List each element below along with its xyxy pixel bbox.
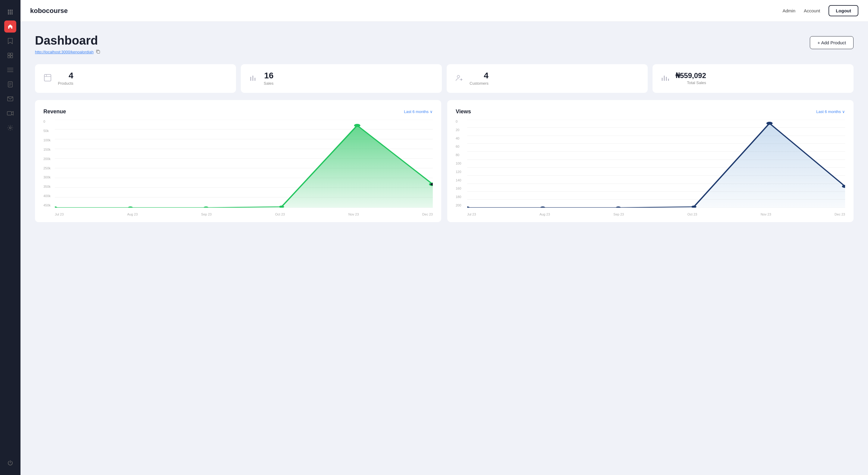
revenue-fill [55,125,433,208]
views-point-sep [616,207,621,208]
page-header-left: Dashboard http://localhost:3000/kenoalor… [35,34,100,55]
svg-rect-24 [44,74,51,81]
views-chart-title: Views [456,108,471,115]
copy-icon[interactable] [96,50,100,55]
settings-icon[interactable] [4,122,16,134]
views-point-jul [467,207,470,208]
grid-layout-icon[interactable] [4,50,16,62]
stat-card-products: 4 Products [35,64,236,93]
logo-bold: course [46,7,68,14]
total-sales-stat-icon [661,73,670,84]
views-period-selector[interactable]: Last 6 months ∨ [816,109,845,114]
svg-point-2 [11,10,13,11]
svg-point-6 [8,13,9,14]
power-icon[interactable] [4,457,16,469]
page-content: Dashboard http://localhost:3000/kenoalor… [21,22,868,475]
svg-rect-23 [97,51,100,53]
views-point-nov [767,122,773,125]
sales-label: Sales [264,81,274,86]
svg-point-4 [10,11,11,13]
stats-grid: 4 Products 16 Sales [35,64,854,93]
revenue-x-labels: Jul 23 Aug 23 Sep 23 Oct 23 Nov 23 Dec 2… [55,213,433,216]
revenue-point-jul [55,207,57,208]
list-icon[interactable] [4,64,16,76]
revenue-point-dec [430,183,433,186]
logo: kobocourse [30,7,68,15]
store-url-link[interactable]: http://localhost:3000/kenoalordiah [35,50,93,54]
revenue-chart-area: 450k 400k 350k 300k 250k 200k 150k 100k … [43,120,433,216]
charts-grid: Revenue Last 6 months ∨ 450k 400k 350k 3… [35,100,854,222]
page-title: Dashboard [35,34,100,47]
svg-rect-11 [8,56,10,58]
revenue-point-sep [204,207,209,208]
sales-stat-info: 16 Sales [264,71,274,86]
customers-label: Customers [470,81,489,86]
revenue-chart-header: Revenue Last 6 months ∨ [43,108,433,115]
page-url: http://localhost:3000/kenoalordiah [35,50,100,55]
revenue-chart-inner [55,120,433,208]
sidebar [0,0,21,475]
grid-dots-icon[interactable] [4,6,16,18]
customers-stat-info: 4 Customers [470,71,489,86]
logo-regular: kobo [30,7,46,14]
total-sales-label: Total Sales [687,81,706,85]
admin-link[interactable]: Admin [782,8,795,13]
stat-card-total-sales: ₦559,092 Total Sales [652,64,854,93]
revenue-svg [55,120,433,208]
views-point-aug [540,207,545,208]
views-y-labels: 200 180 160 140 120 100 80 60 40 20 0 [456,120,467,207]
revenue-y-labels: 450k 400k 350k 300k 250k 200k 150k 100k … [43,120,55,207]
sales-value: 16 [264,71,273,80]
stat-card-sales: 16 Sales [241,64,442,93]
bookmark-icon[interactable] [4,35,16,47]
customers-stat-icon [455,73,464,84]
svg-rect-9 [8,53,10,55]
main-wrapper: kobocourse Admin Account Logout Dashboar… [21,0,868,475]
svg-point-7 [10,13,11,14]
topnav-right: Admin Account Logout [782,5,858,16]
home-icon[interactable] [4,21,16,33]
revenue-point-nov [354,124,361,127]
revenue-period-selector[interactable]: Last 6 months ∨ [404,109,433,114]
products-stat-info: 4 Products [58,71,73,86]
logout-button[interactable]: Logout [829,5,858,16]
sales-stat-icon [249,73,258,84]
page-header: Dashboard http://localhost:3000/kenoalor… [35,34,854,55]
revenue-chart-card: Revenue Last 6 months ∨ 450k 400k 350k 3… [35,100,441,222]
products-value: 4 [69,71,73,80]
views-x-labels: Jul 23 Aug 23 Sep 23 Oct 23 Nov 23 Dec 2… [467,213,845,216]
total-sales-value: ₦559,092 [675,72,706,79]
views-fill [467,123,845,208]
svg-point-5 [11,11,13,13]
svg-point-30 [457,75,460,78]
svg-rect-10 [10,53,13,55]
svg-point-0 [8,10,9,11]
products-stat-icon [43,73,52,84]
products-label: Products [58,81,73,86]
add-product-button[interactable]: + Add Product [810,36,854,49]
svg-point-1 [10,10,11,11]
topnav: kobocourse Admin Account Logout [21,0,868,22]
video-icon[interactable] [4,107,16,119]
customers-value: 4 [484,71,489,80]
svg-rect-21 [7,112,11,115]
account-link[interactable]: Account [804,8,820,13]
views-chart-inner [467,120,845,208]
views-svg [467,120,845,208]
document-icon[interactable] [4,78,16,90]
stat-card-customers: 4 Customers [447,64,648,93]
svg-rect-12 [10,56,13,58]
views-chart-area: 200 180 160 140 120 100 80 60 40 20 0 [456,120,845,216]
svg-point-8 [11,13,13,14]
mail-icon[interactable] [4,93,16,105]
total-sales-stat-info: ₦559,092 Total Sales [675,72,706,85]
views-chart-header: Views Last 6 months ∨ [456,108,845,115]
revenue-chart-title: Revenue [43,108,66,115]
revenue-point-aug [128,207,133,208]
svg-point-22 [9,127,11,129]
views-chart-card: Views Last 6 months ∨ 200 180 160 140 12… [447,100,854,222]
svg-point-3 [8,11,9,13]
